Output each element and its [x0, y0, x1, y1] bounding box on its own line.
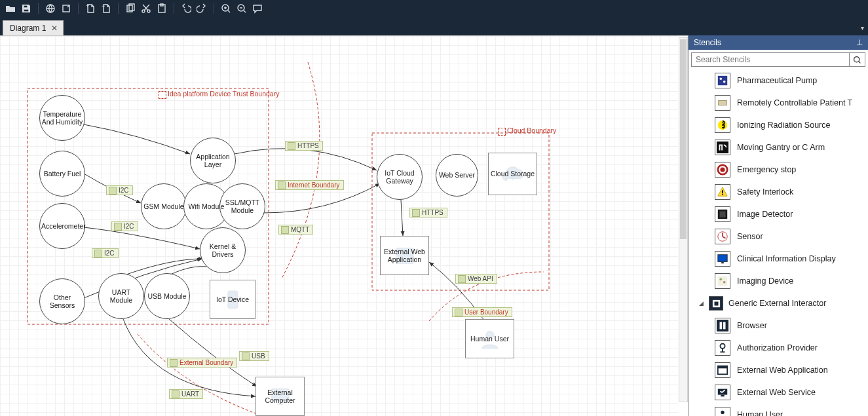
edges-layer — [0, 36, 678, 416]
tab-diagram-1[interactable]: Diagram 1 ✕ — [3, 20, 64, 35]
search-icon[interactable] — [849, 53, 865, 66]
node-extcomp[interactable]: External Computer — [255, 377, 305, 416]
boundary-label-device: Idea platform Device Trust Boundary — [159, 90, 279, 98]
node-user[interactable]: Human User — [465, 319, 514, 358]
paste-icon[interactable] — [155, 2, 168, 15]
edge-label-internet[interactable]: Internet Boundary — [275, 180, 344, 190]
node-label: USB Module — [147, 291, 188, 301]
chevron-down-icon: ◢ — [699, 300, 704, 307]
stencil-category[interactable]: ◢Generic External Interactor — [689, 292, 868, 314]
undo-icon[interactable] — [179, 2, 193, 15]
canvas-scrollbar[interactable] — [679, 37, 688, 402]
node-accel[interactable]: Accelerometer — [39, 203, 85, 249]
svg-rect-25 — [719, 100, 727, 105]
stencil-item[interactable]: Browser — [689, 314, 868, 337]
edge-label-https2[interactable]: HTTPS — [409, 208, 447, 217]
copy-icon[interactable] — [124, 2, 137, 15]
open-icon[interactable] — [4, 2, 17, 15]
stencil-label: External Web Service — [737, 388, 816, 397]
stencil-item[interactable]: External Web Service — [689, 381, 868, 404]
edge-label-i2c2[interactable]: I2C — [111, 221, 138, 231]
stencil-item[interactable]: Clinical Information Display — [689, 248, 868, 270]
svg-text:+: + — [86, 3, 89, 9]
svg-point-24 — [723, 81, 726, 83]
edge-label-usb[interactable]: USB — [239, 351, 269, 361]
stencil-icon — [715, 95, 730, 111]
stencil-label: Pharmaceutical Pump — [737, 76, 817, 85]
stencils-title-bar: Stencils ⊥ — [689, 35, 868, 50]
node-label: Human User — [469, 333, 510, 344]
edge-label-https1[interactable]: HTTPS — [285, 141, 323, 151]
edge-label-i2c1[interactable]: I2C — [106, 185, 133, 195]
node-label: External Web Application — [381, 246, 428, 265]
tab-label: Diagram 1 — [10, 24, 46, 33]
node-web[interactable]: Web Server — [436, 154, 478, 197]
stencil-icon — [715, 140, 730, 155]
stencil-item[interactable]: Emergency stop — [689, 159, 868, 181]
validate-icon[interactable] — [60, 2, 73, 15]
stencil-item[interactable]: Imaging Device — [689, 270, 868, 292]
stencils-tree[interactable]: Pharmaceutical PumpRemotely Controllable… — [689, 69, 868, 416]
diagram-canvas[interactable]: Idea platform Device Trust Boundary Clou… — [0, 35, 688, 416]
comment-icon[interactable] — [251, 2, 264, 15]
node-uartm[interactable]: UART Module — [98, 273, 144, 319]
search-input[interactable] — [692, 53, 849, 66]
node-battery[interactable]: Battery Fuel — [39, 151, 85, 197]
tab-overflow-icon[interactable]: ▾ — [861, 24, 864, 31]
edge-label-webapi[interactable]: Web API — [455, 274, 497, 284]
svg-text:−: − — [102, 3, 105, 9]
save-icon[interactable] — [20, 2, 33, 15]
svg-rect-33 — [722, 190, 723, 193]
main-toolbar: + − — [0, 0, 868, 17]
node-label: Accelerometer — [40, 221, 85, 231]
node-gsm[interactable]: GSM Module — [141, 183, 187, 229]
node-storage[interactable]: Cloud Storage — [488, 153, 537, 195]
stencils-panel: Stencils ⊥ Pharmaceutical PumpRemotely C… — [688, 35, 868, 416]
new-page-icon[interactable]: + — [84, 2, 97, 15]
edge-label-uart[interactable]: UART — [169, 389, 203, 399]
node-gw[interactable]: IoT Cloud Gateway — [377, 154, 423, 200]
node-kernel[interactable]: Kernel & Drivers — [200, 227, 246, 273]
node-temp[interactable]: Temperature And Humidity — [39, 95, 85, 141]
cut-icon[interactable] — [140, 2, 153, 15]
node-ssl[interactable]: SSL/MQTT Module — [219, 183, 265, 229]
stencil-item[interactable]: Authorization Provider — [689, 337, 868, 359]
edge-label-mqtt[interactable]: MQTT — [278, 225, 313, 235]
pin-icon[interactable]: ⊥ — [856, 38, 863, 47]
globe-icon[interactable] — [44, 2, 57, 15]
zoom-out-icon[interactable] — [235, 2, 248, 15]
svg-point-32 — [720, 167, 725, 172]
stencil-item[interactable]: External Web Application — [689, 359, 868, 381]
edge-label-extb[interactable]: External Boundary — [167, 358, 237, 368]
svg-point-41 — [720, 278, 723, 281]
stencil-label: Clinical Information Display — [737, 254, 836, 263]
node-other[interactable]: Other Sensors — [39, 278, 85, 324]
node-iot[interactable]: IoT Device — [210, 280, 255, 319]
svg-point-54 — [721, 411, 724, 414]
stencil-item[interactable]: Moving Gantry or C Arm — [689, 136, 868, 159]
edge-label-userb[interactable]: User Boundary — [452, 307, 512, 317]
stencils-title: Stencils — [694, 38, 721, 47]
stencil-item[interactable]: Human User — [689, 404, 868, 416]
stencil-item[interactable]: Pharmaceutical Pump — [689, 69, 868, 92]
delete-page-icon[interactable]: − — [100, 2, 113, 15]
zoom-in-icon[interactable] — [219, 2, 233, 15]
stencil-item[interactable]: Safety Interlock — [689, 181, 868, 203]
close-icon[interactable]: ✕ — [51, 24, 58, 33]
stencil-item[interactable]: Sensor — [689, 225, 868, 248]
redo-icon[interactable] — [195, 2, 208, 15]
stencil-item[interactable]: Image Detector — [689, 203, 868, 225]
stencil-item[interactable]: Remotely Controllable Patient T — [689, 92, 868, 114]
node-label: Web Server — [438, 170, 476, 180]
node-usbm[interactable]: USB Module — [144, 273, 190, 319]
node-label: IoT Cloud Gateway — [377, 168, 422, 186]
edge-label-i2c3[interactable]: I2C — [92, 248, 119, 258]
node-app[interactable]: Application Layer — [190, 138, 236, 183]
stencil-icon — [715, 251, 730, 267]
svg-rect-40 — [718, 276, 727, 286]
stencil-icon — [715, 385, 730, 400]
node-extweb[interactable]: External Web Application — [380, 236, 429, 275]
svg-point-29 — [722, 124, 723, 126]
svg-point-49 — [720, 344, 725, 349]
stencil-item[interactable]: Ionizing Radiation Source — [689, 114, 868, 136]
